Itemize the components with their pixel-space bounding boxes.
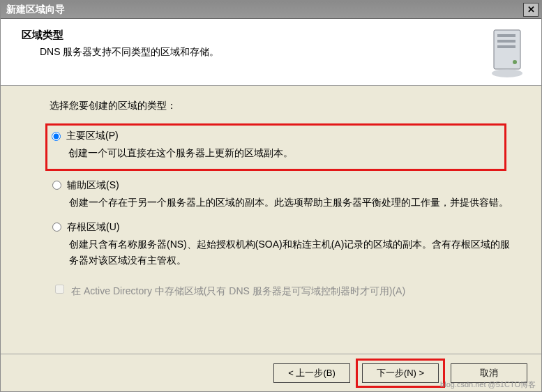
svg-point-5	[492, 69, 522, 77]
highlight-next: 下一步(N) >	[356, 359, 445, 388]
svg-point-4	[513, 60, 517, 64]
back-button[interactable]: < 上一步(B)	[273, 363, 350, 383]
header-title: 区域类型	[22, 29, 527, 42]
svg-rect-1	[497, 34, 515, 37]
radio-secondary[interactable]	[52, 181, 61, 190]
prompt-text: 选择您要创建的区域的类型：	[50, 100, 513, 112]
svg-rect-3	[497, 45, 515, 48]
radio-stub[interactable]	[52, 223, 61, 232]
watermark: blog.csdn.net @51CTO博客	[440, 379, 536, 390]
server-icon	[485, 26, 527, 82]
window-title: 新建区域向导	[3, 3, 523, 16]
checkbox-ad-label: 在 Active Directory 中存储区域(只有 DNS 服务器是可写域控…	[71, 283, 405, 300]
primary-desc: 创建一个可以直接在这个服务器上更新的区域副本。	[68, 145, 499, 162]
wizard-window: 新建区域向导 ✕ 区域类型 DNS 服务器支持不同类型的区域和存储。 选择您要创…	[0, 0, 542, 392]
stub-desc: 创建只含有名称服务器(NS)、起始授权机构(SOA)和粘连主机(A)记录的区域的…	[69, 236, 513, 270]
wizard-body: 选择您要创建的区域的类型： 主要区域(P) 创建一个可以直接在这个服务器上更新的…	[1, 86, 541, 300]
next-button[interactable]: 下一步(N) >	[362, 363, 439, 383]
highlight-primary: 主要区域(P) 创建一个可以直接在这个服务器上更新的区域副本。	[45, 123, 506, 171]
radio-primary-label[interactable]: 主要区域(P)	[66, 130, 119, 142]
radio-primary[interactable]	[52, 132, 61, 141]
radio-secondary-label[interactable]: 辅助区域(S)	[67, 179, 119, 192]
zone-type-group: 主要区域(P) 创建一个可以直接在这个服务器上更新的区域副本。 辅助区域(S) …	[52, 123, 513, 300]
option-stub: 存根区域(U) 创建只含有名称服务器(NS)、起始授权机构(SOA)和粘连主机(…	[52, 221, 513, 270]
secondary-desc: 创建一个存在于另一个服务器上的区域的副本。此选项帮助主服务器平衡处理的工作量，并…	[69, 195, 513, 211]
wizard-header: 区域类型 DNS 服务器支持不同类型的区域和存储。	[1, 19, 541, 86]
close-icon: ✕	[527, 4, 535, 15]
radio-stub-label[interactable]: 存根区域(U)	[67, 221, 119, 234]
option-primary: 主要区域(P) 创建一个可以直接在这个服务器上更新的区域副本。	[52, 130, 499, 162]
checkbox-ad-storage	[55, 285, 64, 294]
titlebar: 新建区域向导 ✕	[1, 1, 541, 19]
option-secondary: 辅助区域(S) 创建一个存在于另一个服务器上的区域的副本。此选项帮助主服务器平衡…	[52, 179, 513, 211]
ad-storage-row: 在 Active Directory 中存储区域(只有 DNS 服务器是可写域控…	[55, 283, 513, 300]
svg-rect-2	[497, 40, 515, 43]
close-button[interactable]: ✕	[523, 3, 539, 17]
header-subtitle: DNS 服务器支持不同类型的区域和存储。	[40, 46, 527, 59]
